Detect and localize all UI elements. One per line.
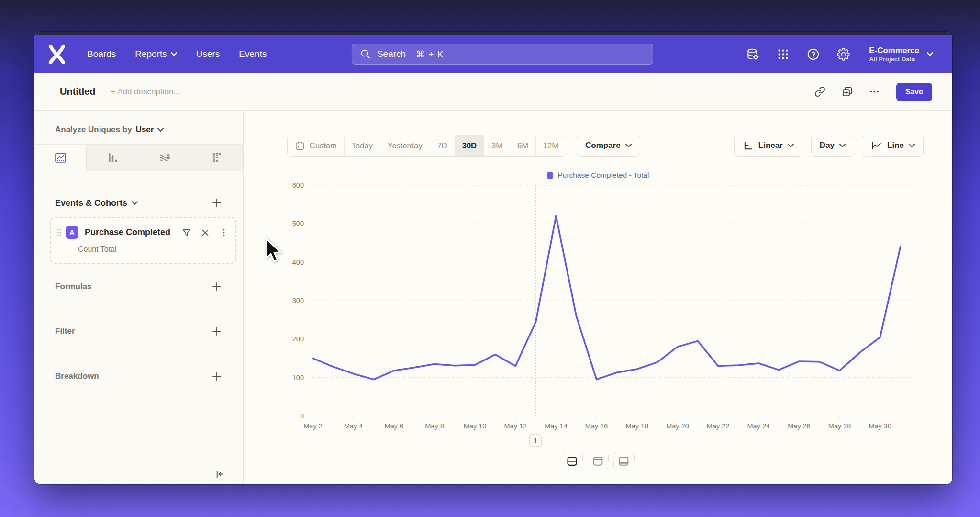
svg-text:600: 600 [292,181,304,189]
line-chart-icon [54,151,67,164]
scale-dropdown[interactable]: Linear [734,135,802,157]
report-toolbar: Untitled + Add description... Save [34,73,952,111]
event-more-icon[interactable] [219,228,229,237]
layout-split-icon [566,455,578,467]
layout-top-button[interactable] [588,452,609,470]
range-yesterday[interactable]: Yesterday [380,135,430,156]
range-3m[interactable]: 3M [484,135,510,156]
search-shortcut: ⌘ + K [416,49,444,60]
nav-item-users[interactable]: Users [196,49,220,59]
duplicate-icon[interactable] [842,86,853,97]
project-switcher[interactable]: E-Commerce All Project Data [869,45,933,63]
apps-grid-icon[interactable] [777,48,790,61]
range-7d[interactable]: 7D [430,135,455,156]
nav-item-events[interactable]: Events [239,49,267,59]
breakdown-section: Breakdown [55,371,222,382]
range-label: Today [352,141,373,150]
event-letter-badge: A [66,226,78,239]
range-label: Yesterday [388,141,423,150]
line-type-icon [871,140,882,151]
range-30d[interactable]: 30D [455,135,484,156]
desktop: { "nav": { "items": [ { "label": "Boards… [0,0,980,517]
analyze-label: Analyze Uniques by [55,125,132,135]
data-management-icon[interactable] [746,48,759,61]
tab-retention-grid[interactable] [191,145,243,171]
add-description-field[interactable]: + Add description... [111,87,180,97]
svg-text:May 26: May 26 [788,422,811,430]
events-cohorts-label[interactable]: Events & Cohorts [55,198,127,208]
tab-bar-chart[interactable] [87,145,139,171]
range-label: 6M [517,141,528,150]
mixpanel-logo-icon[interactable] [48,45,66,64]
linear-scale-icon [743,140,754,151]
range-custom[interactable]: Custom [288,135,345,156]
layout-bottom-button[interactable] [613,452,635,470]
add-filter-button[interactable] [212,326,222,337]
view-options: Linear Day Line [734,135,924,157]
svg-text:500: 500 [292,220,304,227]
event-card[interactable]: A Purchase Completed Count Total [50,217,236,264]
compare-dropdown[interactable]: Compare [577,135,640,157]
save-button[interactable]: Save [896,83,932,101]
tab-flow-sankey[interactable] [139,145,191,171]
filter-funnel-icon[interactable] [182,228,191,237]
search-icon [360,49,371,59]
range-label: 3M [491,141,502,150]
event-count-type[interactable]: Count Total [78,245,229,254]
formulas-label: Formulas [55,282,92,292]
remove-event-icon[interactable] [200,228,210,237]
tab-insights-line[interactable] [34,145,87,171]
collapse-sidebar-icon[interactable] [214,469,225,480]
copy-link-icon[interactable] [814,86,825,97]
calendar-icon [295,141,305,151]
add-formula-button[interactable] [212,281,222,292]
nav-items: Boards Reports Users Events [87,49,267,59]
more-options-icon[interactable] [869,86,880,97]
drag-handle-icon[interactable] [56,228,63,237]
interval-dropdown[interactable]: Day [811,135,854,157]
svg-text:May 4: May 4 [344,422,363,430]
svg-text:200: 200 [292,335,304,343]
toolbar-actions: Save [814,83,932,101]
bottom-panel-divider [632,461,952,461]
line-chart[interactable]: 0100200300400500600May 2May 4May 6May 8M… [244,179,918,432]
range-label: Custom [310,141,337,150]
add-event-button[interactable] [212,198,222,208]
chart-panel: Custom Today Yesterday 7D 30D 3M 6M 12M … [244,111,952,484]
svg-text:May 28: May 28 [828,422,851,430]
chart-type-dropdown[interactable]: Line [863,135,924,157]
help-icon[interactable] [807,48,820,61]
chevron-down-icon [157,128,164,132]
chevron-down-icon [839,144,846,148]
nav-item-label: Events [239,49,267,59]
add-breakdown-button[interactable] [212,371,222,382]
layout-split-button[interactable] [562,452,583,470]
flow-icon [158,151,171,164]
event-name[interactable]: Purchase Completed [85,227,170,237]
events-cohorts-header: Events & Cohorts [55,198,222,208]
top-nav: Boards Reports Users Events Search ⌘ + K [34,35,952,73]
formulas-section: Formulas [55,281,222,292]
range-label: 12M [543,141,558,150]
nav-item-reports[interactable]: Reports [135,49,177,59]
settings-gear-icon[interactable] [837,48,850,61]
svg-text:May 20: May 20 [666,422,689,430]
nav-right-cluster: E-Commerce All Project Data [746,45,933,63]
search-input[interactable]: Search ⌘ + K [352,44,653,65]
filter-label: Filter [55,326,75,336]
svg-text:May 8: May 8 [425,422,444,430]
svg-text:May 12: May 12 [504,422,527,430]
svg-text:400: 400 [292,258,304,266]
report-title[interactable]: Untitled [60,86,95,97]
report-type-tabs [34,144,243,171]
range-6m[interactable]: 6M [510,135,536,156]
annotation-marker[interactable]: 1 [529,434,542,447]
svg-text:May 24: May 24 [747,422,770,430]
svg-text:May 18: May 18 [625,422,648,430]
analyze-value-dropdown[interactable]: User [136,125,154,135]
nav-item-label: Users [196,49,220,59]
range-today[interactable]: Today [345,135,380,156]
nav-item-boards[interactable]: Boards [87,49,116,59]
range-12m[interactable]: 12M [536,135,566,156]
window-top-edge [34,32,952,35]
